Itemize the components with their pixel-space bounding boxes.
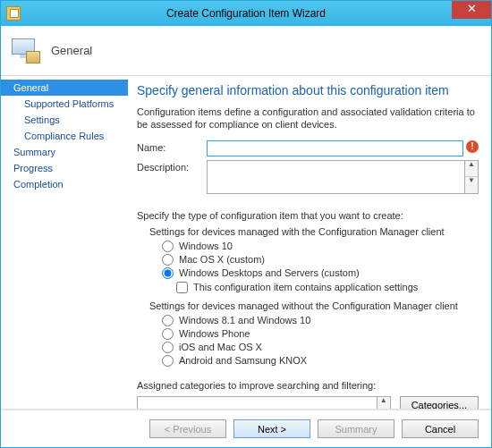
type-intro: Specify the type of configuration item t… [137,210,479,221]
description-input[interactable] [207,160,465,194]
checkbox-application-settings[interactable]: This configuration item contains applica… [176,282,479,293]
radio-windows-81-10[interactable]: Windows 8.1 and Windows 10 [162,315,479,326]
categories-label: Assigned categories to improve searching… [137,380,479,391]
window-title: Create Configuration Item Wizard [1,7,491,20]
radio-windows-10[interactable]: Windows 10 [162,241,479,252]
nav-supported-platforms[interactable]: Supported Platforms [1,96,128,112]
cancel-button[interactable]: Cancel [402,419,479,438]
summary-button: Summary [318,419,394,438]
titlebar: Create Configuration Item Wizard ✕ [1,1,491,26]
group-with-client: Settings for devices managed with the Co… [149,226,479,237]
name-label: Name: [137,140,207,153]
radio-label: Windows Phone [179,328,250,339]
radio-label: iOS and Mac OS X [179,342,262,352]
config-item-icon [12,38,40,63]
previous-button: < Previous [149,419,226,438]
radio-windows-phone[interactable]: Windows Phone [162,328,479,340]
nav-settings[interactable]: Settings [1,112,128,128]
next-button[interactable]: Next > [233,419,310,438]
nav-general[interactable]: General [1,80,128,96]
page-intro: Configuration items define a configurati… [137,106,479,131]
radio-label: Windows Desktops and Servers (custom) [179,267,360,278]
radio-windows-desktops-servers[interactable]: Windows Desktops and Servers (custom) [162,267,479,279]
wizard-window: Create Configuration Item Wizard ✕ Gener… [0,0,492,448]
description-label: Description: [137,160,207,173]
name-input[interactable] [207,140,463,156]
chevron-up-icon[interactable]: ▲ [465,161,478,178]
wizard-nav: General Supported Platforms Settings Com… [1,76,128,409]
banner: General [1,26,491,76]
radio-label: Windows 10 [179,241,233,251]
nav-summary[interactable]: Summary [1,144,128,160]
close-button[interactable]: ✕ [452,1,491,19]
chevron-down-icon[interactable]: ▼ [465,177,478,193]
radio-ios-mac-osx[interactable]: iOS and Mac OS X [162,342,479,353]
nav-compliance-rules[interactable]: Compliance Rules [1,128,128,144]
checkbox-label: This configuration item contains applica… [193,282,418,292]
radio-android-knox[interactable]: Android and Samsung KNOX [162,355,479,367]
nav-completion[interactable]: Completion [1,176,128,192]
banner-title: General [51,44,92,57]
radio-label: Android and Samsung KNOX [179,355,307,366]
error-icon: ! [466,140,479,153]
page-heading: Specify general information about this c… [137,83,479,97]
radio-mac-osx-custom[interactable]: Mac OS X (custom) [162,254,479,266]
footer: < Previous Next > Summary Cancel [1,409,491,447]
description-scroll[interactable]: ▲▼ [465,160,479,194]
group-without-client: Settings for devices managed without the… [149,300,479,311]
nav-progress[interactable]: Progress [1,160,128,176]
radio-label: Windows 8.1 and Windows 10 [179,315,310,325]
radio-label: Mac OS X (custom) [179,254,265,265]
main-panel: Specify general information about this c… [128,76,491,409]
